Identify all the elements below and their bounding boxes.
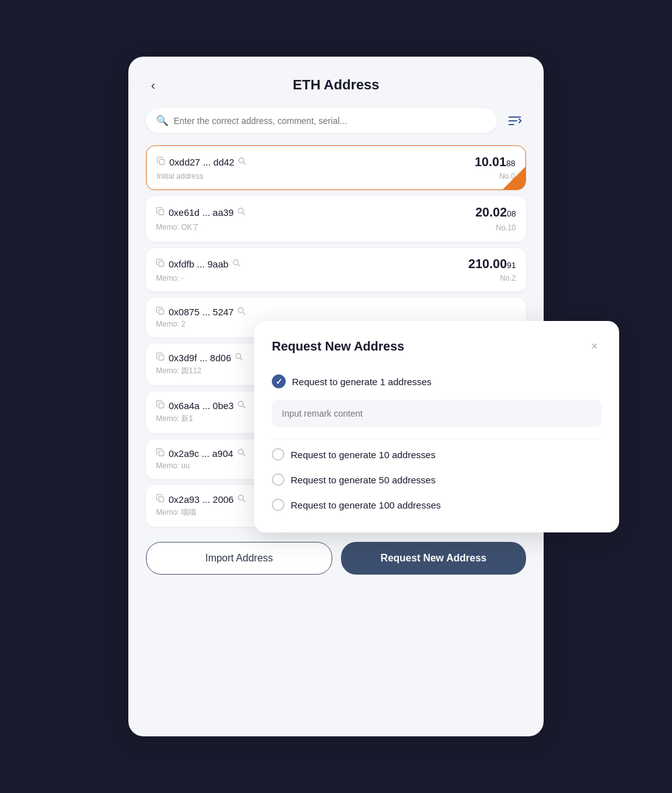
copy-icon[interactable] — [156, 400, 165, 411]
svg-rect-3 — [159, 159, 164, 164]
request-new-address-button[interactable]: Request New Address — [341, 542, 526, 575]
svg-rect-15 — [159, 355, 164, 360]
address-search-icon[interactable] — [232, 259, 241, 269]
radio-label: Request to generate 100 addresses — [291, 500, 441, 510]
no-badge: No.10 — [496, 223, 516, 232]
address-text: 0xfdfb ... 9aab — [169, 259, 228, 269]
address-search-icon[interactable] — [238, 157, 247, 167]
modal-request-new-address: Request New Address × Request to generat… — [254, 321, 619, 532]
radio-option-3[interactable]: Request to generate 50 addresses — [272, 467, 602, 492]
filter-icon — [507, 113, 522, 128]
svg-line-17 — [240, 358, 243, 361]
address-item[interactable]: 0xe61d ... aa3920.0208Memo: OK了No.10 — [146, 196, 526, 242]
radio-unchecked-icon — [272, 473, 284, 486]
address-search-icon[interactable] — [237, 494, 246, 505]
radio-option-4[interactable]: Request to generate 100 addresses — [272, 492, 602, 517]
address-text: 0xe61d ... aa39 — [169, 207, 233, 218]
address-search-icon[interactable] — [235, 352, 244, 363]
address-search-icon[interactable] — [237, 307, 246, 317]
radio-option-1[interactable]: Request to generate 1 addresses — [272, 368, 602, 395]
address-search-icon[interactable] — [237, 448, 246, 459]
divider — [272, 439, 602, 439]
svg-line-14 — [243, 312, 245, 315]
radio-label: Request to generate 1 addresses — [292, 376, 432, 387]
svg-rect-9 — [159, 261, 164, 266]
remark-input[interactable] — [272, 400, 602, 427]
address-text: 0x3d9f ... 8d06 — [169, 352, 231, 363]
search-bar: 🔍 — [146, 108, 526, 133]
address-text: 0x2a9c ... a904 — [169, 448, 233, 459]
amount-large: 20.02 — [475, 205, 507, 220]
radio-unchecked-icon — [272, 498, 284, 511]
address-text: 0x6a4a ... 0be3 — [169, 400, 233, 411]
bottom-buttons: Import Address Request New Address — [146, 542, 526, 575]
copy-icon[interactable] — [156, 494, 165, 505]
back-button[interactable]: ‹ — [146, 76, 160, 95]
memo-text: Memo: 2 — [156, 320, 186, 329]
svg-line-23 — [242, 454, 245, 456]
svg-rect-6 — [159, 210, 164, 215]
radio-label: Request to generate 50 addresses — [291, 475, 435, 485]
selected-corner — [503, 167, 525, 189]
memo-text: Memo: 哦哦 — [156, 507, 196, 518]
search-input[interactable] — [174, 116, 487, 126]
copy-icon[interactable] — [156, 352, 165, 363]
modal-options: Request to generate 1 addressesRequest t… — [272, 368, 602, 517]
amount-large: 210.00 — [468, 257, 507, 271]
memo-text: Memo: 新1 — [156, 413, 193, 424]
svg-line-20 — [243, 406, 245, 408]
modal-title: Request New Address — [272, 339, 404, 354]
address-search-icon[interactable] — [237, 207, 246, 218]
modal-close-button[interactable]: × — [587, 339, 602, 354]
address-item[interactable]: 0xfdfb ... 9aab210.0091Memo: -No.2 — [146, 248, 526, 291]
memo-text: Memo: uu — [156, 461, 189, 470]
address-text: 0xdd27 ... dd42 — [169, 157, 234, 167]
copy-icon[interactable] — [156, 259, 165, 269]
header: ‹ ETH Address — [146, 77, 526, 93]
radio-label: Request to generate 10 addresses — [291, 449, 435, 460]
radio-checked-icon — [272, 374, 286, 388]
no-badge: No.2 — [500, 274, 516, 283]
amount-small: 91 — [507, 261, 516, 270]
address-item[interactable]: 0xdd27 ... dd4210.0188Initial addressNo.… — [146, 145, 526, 190]
memo-text: Initial address — [157, 172, 203, 181]
search-wrapper: 🔍 — [146, 108, 497, 133]
copy-icon[interactable] — [157, 157, 165, 167]
address-text: 0x0875 ... 5247 — [169, 307, 233, 317]
radio-option-2[interactable]: Request to generate 10 addresses — [272, 442, 602, 467]
copy-icon[interactable] — [156, 448, 165, 459]
svg-rect-12 — [159, 309, 164, 314]
svg-line-5 — [244, 162, 246, 165]
memo-text: Memo: OK了 — [156, 222, 199, 233]
memo-text: Memo: - — [156, 274, 184, 283]
copy-icon[interactable] — [156, 207, 165, 218]
address-text: 0x2a93 ... 2006 — [169, 494, 233, 505]
page-title: ETH Address — [293, 77, 379, 93]
radio-unchecked-icon — [272, 448, 284, 461]
address-search-icon[interactable] — [237, 400, 246, 411]
svg-rect-24 — [159, 497, 164, 502]
amount-small: 08 — [507, 209, 516, 218]
memo-text: Memo: 圆112 — [156, 366, 201, 376]
filter-button[interactable] — [503, 110, 526, 132]
svg-rect-21 — [159, 451, 164, 456]
main-card: ‹ ETH Address 🔍 0xdd27 ... dd4210.0188In… — [128, 57, 544, 736]
import-address-button[interactable]: Import Address — [146, 542, 332, 575]
svg-line-8 — [243, 213, 245, 215]
search-icon: 🔍 — [156, 115, 169, 127]
copy-icon[interactable] — [156, 307, 165, 317]
svg-rect-18 — [159, 403, 164, 408]
modal-header: Request New Address × — [272, 339, 602, 354]
svg-line-11 — [238, 264, 240, 267]
svg-line-26 — [243, 500, 245, 502]
amount-large: 10.01 — [474, 155, 506, 169]
